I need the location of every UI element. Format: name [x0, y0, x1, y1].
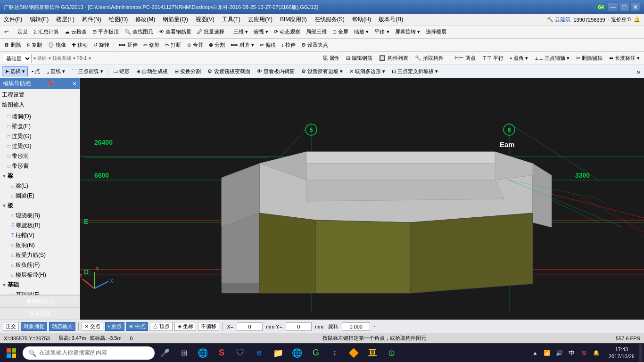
sidebar-item-floor-strip[interactable]: □楼层板带(H)	[0, 270, 80, 280]
local-3d-btn[interactable]: 局部三维	[304, 27, 329, 37]
search-bar[interactable]: 🔍 在这里输入你要搜索的内容	[23, 346, 155, 360]
mic-icon[interactable]: 🎤	[157, 345, 173, 362]
auto-gen-slab-btn[interactable]: ⊞ 自动生成板	[133, 66, 171, 76]
taskbar-app-task-view[interactable]: ⊞	[175, 345, 192, 362]
canvas-area[interactable]: 5 6 26400 6600 3300 E D X Y Z Eam	[80, 78, 644, 320]
property-btn[interactable]: 屁 属性	[320, 53, 342, 63]
sidebar-item-drawing-input[interactable]: 绘图输入	[0, 100, 80, 110]
taskbar-clock[interactable]: 17:43 2017/10/26	[605, 346, 638, 360]
sidebar-close-icon[interactable]: ✕	[72, 81, 77, 87]
top-view-btn[interactable]: 俯视 ▾	[251, 27, 271, 37]
menu-item-version[interactable]: 版本号(B)	[375, 15, 407, 25]
parallel-btn[interactable]: ⊤⊤ 平行	[480, 53, 506, 63]
del-axis-btn[interactable]: ✂ 删除辅轴	[574, 53, 605, 63]
taskbar-app-circle-green[interactable]: ⊙	[383, 345, 400, 362]
tray-arrow-icon[interactable]: ▲	[529, 347, 541, 359]
taskbar-app-file[interactable]: 📁	[270, 345, 287, 362]
menu-item-edit[interactable]: 编辑(E)	[26, 15, 52, 25]
taskbar-app-browser[interactable]: 🌐	[194, 345, 211, 362]
sidebar-item-beam[interactable]: □梁(L)	[0, 181, 80, 191]
menu-item-modify[interactable]: 修改(M)	[132, 15, 159, 25]
x-input[interactable]	[237, 322, 263, 331]
pick-component-btn[interactable]: 🔧 拾取构件	[413, 53, 446, 63]
sidebar-item-slab-rebar[interactable]: □板受力筋(S)	[0, 250, 80, 260]
length-mark-btn[interactable]: ⬌ 长度标注 ▾	[607, 53, 642, 63]
set-all-slope-btn[interactable]: ⚙ 设置所有边坡 ▾	[298, 66, 346, 76]
sidebar-group-beam[interactable]: ▼梁	[0, 171, 80, 181]
taskbar-app-blue-arrow[interactable]: ↕	[326, 345, 343, 362]
sidebar-item-foundation-beam[interactable]: □基础梁(F)	[0, 290, 80, 295]
three-point-slope-btn[interactable]: ⊡ 三点定义斜坡板 ▾	[389, 66, 441, 76]
vertex-btn[interactable]: △ 顶点	[150, 322, 173, 331]
expand-toolbar-btn[interactable]: »	[635, 68, 642, 75]
sidebar-item-niche[interactable]: □壁龛(E)	[0, 122, 80, 132]
mirror-btn[interactable]: 🪞 镜像	[45, 40, 68, 50]
split-by-change-btn[interactable]: ⊟ 按换分割	[172, 66, 204, 76]
tray-network-icon[interactable]: 📶	[542, 347, 553, 359]
summary-btn[interactable]: Σ 汇总计算	[31, 27, 61, 37]
offset-btn[interactable]: ✏ 偏移	[257, 40, 278, 50]
align-btn[interactable]: ⟺ 对齐 ▾	[228, 40, 256, 50]
tray-sohu-icon[interactable]: S	[578, 347, 590, 359]
trim-btn[interactable]: ✂ 修剪	[141, 40, 162, 50]
sidebar-item-strip-opening[interactable]: □带形洞	[0, 151, 80, 161]
minimize-button[interactable]: —	[608, 3, 618, 11]
sidebar-group-foundation[interactable]: ▼基础	[0, 280, 80, 290]
zoom-btn[interactable]: 缩放 ▾	[352, 27, 371, 37]
taskbar-app-sohu[interactable]: S	[213, 345, 230, 362]
sidebar-item-spiral-slab[interactable]: S螺旋板(B)	[0, 221, 80, 230]
maximize-button[interactable]: □	[619, 3, 629, 11]
extend-btn[interactable]: ⟺ 延伸	[116, 40, 140, 50]
screen-rotate-btn[interactable]: 屏幕旋转 ▾	[393, 27, 422, 37]
taskbar-app-ggl[interactable]: 豆	[364, 345, 381, 362]
copy-btn[interactable]: ⎘ 复制	[25, 40, 44, 50]
split-btn[interactable]: ⊗ 分割	[206, 40, 227, 50]
menu-item-online[interactable]: 在线服务(S)	[311, 15, 348, 25]
batch-select-btn[interactable]: 🖊 批量选择	[195, 27, 227, 37]
single-component-btn[interactable]: 单构件输入	[0, 295, 80, 307]
tray-extra-icons[interactable]: 🔔	[591, 347, 602, 359]
select-floor-btn[interactable]: 选择楼层	[423, 27, 449, 37]
rotate-input[interactable]	[342, 322, 370, 331]
merge-btn[interactable]: ⊕ 合并	[185, 40, 206, 50]
angle-btn[interactable]: • 点角 ▾	[508, 53, 530, 63]
define-btn[interactable]: 定义	[15, 27, 30, 37]
menu-item-tools[interactable]: 工具(T)	[218, 15, 244, 25]
center-btn[interactable]: ⊕ 中点	[126, 322, 148, 331]
edit-rebar-btn[interactable]: ⊟ 编辑钢筋	[344, 53, 375, 63]
menu-item-floor[interactable]: 楼层(L)	[52, 15, 78, 25]
layer-select[interactable]: 基础层	[2, 54, 32, 63]
select-tool-btn[interactable]: ➤ 选择 ▾	[2, 66, 28, 76]
menu-item-rebar-qty[interactable]: 钢筋量(Q)	[159, 15, 191, 25]
sidebar-item-ring-beam[interactable]: □圈梁(E)	[0, 191, 80, 201]
taskbar-app-orange[interactable]: 🔶	[345, 345, 362, 362]
layer-arrow4[interactable]: ▾	[89, 56, 91, 61]
rotate-btn[interactable]: ↺ 旋转	[91, 40, 112, 50]
sidebar-group-slab[interactable]: ▼板	[0, 201, 80, 211]
menu-item-cloud[interactable]: 云应用(Y)	[244, 15, 276, 25]
no-offset-btn[interactable]: 不偏移	[198, 322, 219, 331]
component-list-btn[interactable]: 🔲 构件列表	[377, 53, 410, 63]
view-rebar-btn[interactable]: 👁 查看钢筋量	[157, 27, 194, 37]
sidebar-item-slab-neg-rebar[interactable]: □板负筋(F)	[0, 260, 80, 270]
taskbar-app-360[interactable]: 🛡	[232, 345, 249, 362]
dynamic-input-btn[interactable]: 动态输入	[49, 322, 75, 331]
arc-tool-btn[interactable]: ⌒ 三点画弧 ▾	[69, 66, 106, 76]
fullscreen-btn[interactable]: ◻ 全屏	[330, 27, 351, 37]
report-view-btn[interactable]: 报表视览	[0, 307, 80, 320]
find-element-btn[interactable]: 🔍 查找图元	[122, 27, 156, 37]
move-btn[interactable]: ✚ 移动	[69, 40, 90, 50]
tray-volume-icon[interactable]: 🔊	[554, 347, 565, 359]
sidebar-item-connected-beam[interactable]: □连梁(G)	[0, 132, 80, 141]
menu-item-view[interactable]: 视图(V)	[192, 15, 218, 25]
set-grip-btn[interactable]: ⚙ 设置夹点	[299, 40, 330, 50]
three-point-axis-btn[interactable]: ⊥⊥ 三点辅轴 ▾	[532, 53, 572, 63]
sidebar-item-column-cap[interactable]: T柱帽(V)	[0, 230, 80, 240]
ortho-btn[interactable]: 正交	[3, 322, 19, 331]
cloud-build-btn[interactable]: 🔨 云建筑	[547, 16, 570, 23]
taskbar-app-globe[interactable]: 🌐	[289, 345, 305, 362]
stretch-btn[interactable]: ↕ 拉伸	[279, 40, 298, 50]
back-btn[interactable]: ↩	[2, 27, 11, 36]
sidebar-item-strip-window[interactable]: □带形窗	[0, 161, 80, 171]
y-input[interactable]	[286, 322, 312, 331]
